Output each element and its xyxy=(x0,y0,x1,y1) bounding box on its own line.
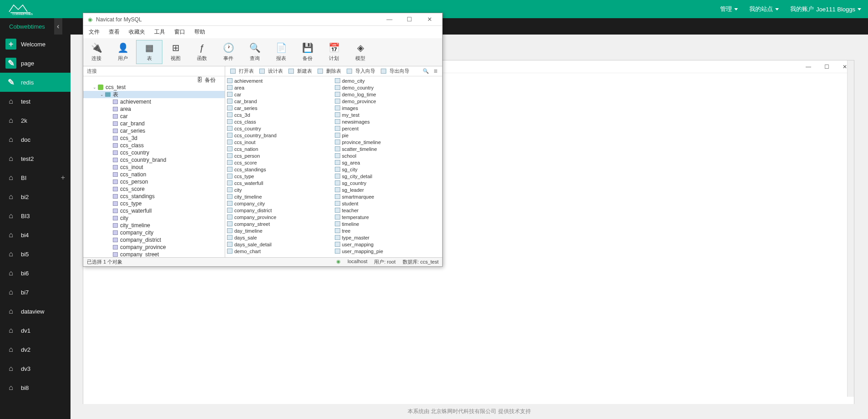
table-item-ccs_3d[interactable]: ccs_3d xyxy=(226,111,334,118)
sidebar-item-dv3[interactable]: ⌂dv3 xyxy=(0,359,71,378)
navicat-close-button[interactable]: ✕ xyxy=(421,16,438,23)
table-item-demo_city[interactable]: demo_city xyxy=(334,77,442,84)
table-item-demo_country[interactable]: demo_country xyxy=(334,84,442,91)
tab-collapse[interactable]: ‹ xyxy=(54,18,62,35)
table-item-day_timeline[interactable]: day_timeline xyxy=(226,227,334,234)
table-item-achievement[interactable]: achievement xyxy=(226,77,334,84)
tree-table-ccs_score[interactable]: ccs_score xyxy=(83,185,225,193)
tool-查询[interactable]: 🔍查询 xyxy=(242,40,268,64)
table-item-ccs_score[interactable]: ccs_score xyxy=(226,159,334,166)
table-item-ccs_type[interactable]: ccs_type xyxy=(226,173,334,180)
sidebar-item-bi6[interactable]: ⌂bi6 xyxy=(0,264,71,283)
sidebar-item-test[interactable]: ⌂test xyxy=(0,92,71,111)
sidebar-item-redis[interactable]: ✎redis xyxy=(0,73,71,92)
table-item-scatter_timeline[interactable]: scatter_timeline xyxy=(334,145,442,152)
tool-连接[interactable]: 🔌连接 xyxy=(83,40,110,64)
tree-table-company_city[interactable]: company_city xyxy=(83,229,225,236)
table-item-percent[interactable]: percent xyxy=(334,125,442,132)
search-icon[interactable]: 🔍 xyxy=(421,68,431,74)
sidebar-item-dv2[interactable]: ⌂dv2 xyxy=(0,340,71,359)
table-item-ccs_nation[interactable]: ccs_nation xyxy=(226,145,334,152)
table-item-ccs_class[interactable]: ccs_class xyxy=(226,118,334,125)
table-item-ccs_waterfull[interactable]: ccs_waterfull xyxy=(226,180,334,186)
sub-minimize-button[interactable]: — xyxy=(799,64,818,70)
tool-事件[interactable]: 🕐事件 xyxy=(215,40,242,64)
table-item-company_city[interactable]: company_city xyxy=(226,200,334,207)
menu-查看[interactable]: 查看 xyxy=(109,28,120,36)
table-item-pie[interactable]: pie xyxy=(334,132,442,139)
tree-table-ccs_nation[interactable]: ccs_nation xyxy=(83,171,225,178)
table-item-area[interactable]: area xyxy=(226,84,334,91)
list-toolbar-设计表[interactable]: 设计表 xyxy=(257,67,285,75)
menu-窗口[interactable]: 窗口 xyxy=(174,28,185,36)
tree-table-achievement[interactable]: achievement xyxy=(83,98,225,105)
table-item-user_mapping_pie[interactable]: user_mapping_pie xyxy=(334,248,442,254)
table-item-school[interactable]: school xyxy=(334,152,442,159)
sidebar-item-bi[interactable]: ⌂BI+ xyxy=(0,168,71,187)
tool-表[interactable]: ▦表 xyxy=(136,40,162,64)
tree-table-ccs_type[interactable]: ccs_type xyxy=(83,200,225,207)
list-toolbar-打开表[interactable]: 打开表 xyxy=(228,67,256,75)
table-item-sg_city_detail[interactable]: sg_city_detail xyxy=(334,173,442,180)
table-item-sg_leader[interactable]: sg_leader xyxy=(334,186,442,193)
table-item-company_street[interactable]: company_street xyxy=(226,220,334,227)
sidebar-item-bi4[interactable]: ⌂bi4 xyxy=(0,225,71,244)
list-toolbar-导出向导[interactable]: 导出向导 xyxy=(378,67,412,75)
table-item-ccs_standings[interactable]: ccs_standings xyxy=(226,166,334,173)
table-item-ccs_country_brand[interactable]: ccs_country_brand xyxy=(226,132,334,139)
table-item-smartmarquee[interactable]: smartmarquee xyxy=(334,193,442,200)
table-item-company_province[interactable]: company_province xyxy=(226,214,334,220)
tree-folder-tables[interactable]: ⌄表 xyxy=(83,91,225,98)
table-item-sg_city[interactable]: sg_city xyxy=(334,166,442,173)
table-item-sg_country[interactable]: sg_country xyxy=(334,180,442,186)
tree-table-company_district[interactable]: company_district xyxy=(83,236,225,244)
table-item-demo_chart[interactable]: demo_chart xyxy=(226,248,334,254)
table-item-days_sale_detail[interactable]: days_sale_detail xyxy=(226,241,334,248)
tree-table-company_province[interactable]: company_province xyxy=(83,244,225,251)
tree-table-ccs_3d[interactable]: ccs_3d xyxy=(83,135,225,142)
sidebar-item-dataview[interactable]: ⌂dataview xyxy=(0,302,71,321)
sidebar-item-welcome[interactable]: +Welcome xyxy=(0,35,71,54)
add-icon[interactable]: + xyxy=(61,174,65,182)
table-item-tree[interactable]: tree xyxy=(334,227,442,234)
tab-cobwebtimes[interactable]: Cobwebtimes xyxy=(0,18,54,35)
tool-计划[interactable]: 📅计划 xyxy=(321,40,347,64)
tree-backup[interactable]: 🗄备份 xyxy=(83,76,225,84)
sidebar-item-2k[interactable]: ⌂2k xyxy=(0,111,71,130)
list-toolbar-删除表[interactable]: 删除表 xyxy=(315,67,343,75)
table-item-sg_area[interactable]: sg_area xyxy=(334,159,442,166)
tree-table-area[interactable]: area xyxy=(83,105,225,113)
menu-帮助[interactable]: 帮助 xyxy=(194,28,205,36)
tree-table-ccs_country[interactable]: ccs_country xyxy=(83,149,225,156)
tree-table-ccs_country_brand[interactable]: ccs_country_brand xyxy=(83,156,225,164)
list-toolbar-导入向导[interactable]: 导入向导 xyxy=(344,67,378,75)
sidebar-item-doc[interactable]: ⌂doc xyxy=(0,130,71,149)
sidebar-item-bi5[interactable]: ⌂bi5 xyxy=(0,244,71,264)
view-mode-icon[interactable]: ≣ xyxy=(432,68,439,74)
sub-maximize-button[interactable]: ☐ xyxy=(818,64,836,70)
table-item-ccs_person[interactable]: ccs_person xyxy=(226,152,334,159)
table-item-city[interactable]: city xyxy=(226,186,334,193)
table-item-car[interactable]: car xyxy=(226,91,334,98)
navicat-maximize-button[interactable]: ☐ xyxy=(401,16,418,23)
sidebar-item-dv1[interactable]: ⌂dv1 xyxy=(0,321,71,340)
table-item-city_timeline[interactable]: city_timeline xyxy=(226,193,334,200)
menu-mysites[interactable]: 我的站点 xyxy=(749,5,779,13)
tree-table-car[interactable]: car xyxy=(83,113,225,120)
table-item-temperature[interactable]: temperature xyxy=(334,214,442,220)
table-item-my_test[interactable]: my_test xyxy=(334,111,442,118)
table-item-province_timeline[interactable]: province_timeline xyxy=(334,139,442,145)
navicat-minimize-button[interactable]: — xyxy=(381,16,398,23)
table-item-images[interactable]: images xyxy=(334,105,442,111)
tree-table-city_timeline[interactable]: city_timeline xyxy=(83,222,225,229)
sidebar-item-bi8[interactable]: ⌂bi8 xyxy=(0,378,71,397)
tree-table-car_series[interactable]: car_series xyxy=(83,127,225,135)
menu-文件[interactable]: 文件 xyxy=(89,28,100,36)
tool-模型[interactable]: ◈模型 xyxy=(347,40,373,64)
tree-table-car_brand[interactable]: car_brand xyxy=(83,120,225,127)
table-item-student[interactable]: student xyxy=(334,200,442,207)
menu-manage[interactable]: 管理 xyxy=(720,5,738,13)
table-item-teacher[interactable]: teacher xyxy=(334,207,442,214)
tool-视图[interactable]: ⊞视图 xyxy=(162,40,189,64)
sidebar-item-bi7[interactable]: ⌂bi7 xyxy=(0,283,71,302)
